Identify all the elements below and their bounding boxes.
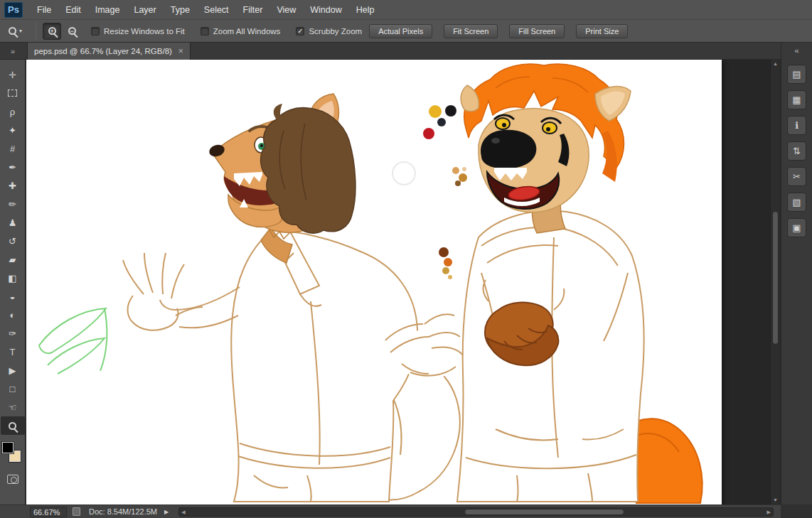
history-brush-tool-icon: ↺: [9, 237, 16, 246]
menu-edit[interactable]: Edit: [58, 0, 88, 20]
shape-tool[interactable]: □: [1, 379, 25, 398]
plus-glyph: +: [50, 28, 55, 34]
checkbox-label: Resize Windows to Fit: [104, 27, 185, 36]
menu-type[interactable]: Type: [164, 0, 197, 20]
zoom-in-button[interactable]: +: [43, 23, 61, 40]
shape-tool-icon: □: [10, 384, 16, 394]
menu-layer[interactable]: Layer: [127, 0, 163, 20]
type-tool[interactable]: T: [1, 342, 25, 361]
channels-panel-icon[interactable]: ▦: [787, 90, 806, 109]
photoshop-logo-icon: Ps: [4, 2, 23, 18]
checkbox-label: Scrubby Zoom: [309, 27, 362, 36]
window-corner: [781, 504, 812, 518]
actual-pixels-button[interactable]: Actual Pixels: [369, 24, 432, 38]
zoom-tool-icon: [9, 27, 16, 35]
hand-tool[interactable]: ☜: [1, 398, 25, 416]
scroll-down-icon[interactable]: ▼: [771, 496, 780, 504]
menu-window[interactable]: Window: [303, 0, 348, 20]
crop-tool-icon: #: [10, 144, 15, 153]
zoom-out-button[interactable]: −: [63, 23, 81, 40]
fit-screen-button[interactable]: Fit Screen: [444, 24, 498, 38]
eyedropper-tool[interactable]: ✒: [1, 158, 25, 176]
eraser-tool-icon: ▰: [9, 255, 16, 264]
path-selection-tool[interactable]: ▶: [1, 361, 25, 379]
magic-wand-tool[interactable]: ✦: [1, 121, 25, 139]
blur-tool-icon: ◒: [10, 292, 16, 301]
lasso-tool-icon: ρ: [10, 107, 15, 117]
vertical-scrollbar-thumb[interactable]: [772, 211, 779, 345]
clone-stamp-tool[interactable]: ♟: [1, 213, 25, 232]
resize-windows-checkbox[interactable]: Resize Windows to Fit: [91, 27, 185, 36]
menu-help[interactable]: Help: [349, 0, 382, 20]
canvas-pasteboard: ▲ ▼: [26, 60, 781, 504]
move-tool-icon: ✛: [9, 70, 16, 80]
zoom-level-field[interactable]: 66.67%: [30, 507, 67, 517]
pen-tool-icon: ✑: [9, 329, 16, 338]
print-size-button[interactable]: Print Size: [576, 24, 628, 38]
gradient-tool-icon: ◧: [8, 274, 16, 283]
quick-mask-icon[interactable]: [7, 475, 18, 484]
spot-healing-brush-tool[interactable]: ✚: [1, 176, 25, 195]
scroll-up-icon[interactable]: ▲: [771, 60, 780, 68]
checkbox-icon: [201, 27, 209, 36]
blur-tool[interactable]: ◒: [1, 287, 25, 306]
brush-tool-icon: ✏: [9, 200, 16, 209]
document-tab[interactable]: peps.psd @ 66.7% (Layer 24, RGB/8) ×: [27, 43, 191, 60]
scroll-right-icon[interactable]: ▶: [767, 508, 771, 516]
status-menu-arrow-icon[interactable]: ▶: [164, 509, 169, 515]
zoom-tool[interactable]: [1, 416, 25, 435]
eraser-tool[interactable]: ▰: [1, 250, 25, 269]
gradient-tool[interactable]: ◧: [1, 269, 25, 287]
zoom-out-icon: −: [68, 27, 76, 35]
horizontal-scrollbar[interactable]: ◀ ▶: [178, 507, 774, 517]
horizontal-scrollbar-thumb[interactable]: [464, 509, 624, 515]
lasso-tool[interactable]: ρ: [1, 102, 25, 121]
clone-source-panel-icon[interactable]: ✂: [787, 167, 806, 186]
styles-panel-icon[interactable]: ▧: [787, 193, 806, 212]
healing-brush-tool-icon: ✚: [9, 181, 16, 190]
divider: [36, 23, 36, 40]
tool-panel: ✛ ρ ✦ # ✒ ✚ ✏ ♟ ↺ ▰ ◧ ◒ ◐ ✑ T ▶ □ ☜: [0, 60, 26, 504]
expand-panels-icon[interactable]: «: [781, 43, 812, 58]
zoom-tool-icon: [9, 422, 16, 430]
photoshop-window: Ps File Edit Image Layer Type Select Fil…: [0, 0, 812, 518]
pen-tool[interactable]: ✑: [1, 324, 25, 342]
scrubby-zoom-checkbox[interactable]: ✓ Scrubby Zoom: [296, 27, 362, 36]
document-tab-bar: » peps.psd @ 66.7% (Layer 24, RGB/8) ×: [0, 43, 781, 60]
dodge-tool[interactable]: ◐: [1, 306, 25, 324]
checkbox-label: Zoom All Windows: [213, 27, 281, 36]
layer-comps-panel-icon[interactable]: ▣: [787, 218, 806, 237]
menu-filter[interactable]: Filter: [236, 0, 270, 20]
brush-tool[interactable]: ✏: [1, 195, 25, 213]
path-selection-tool-icon: ▶: [9, 366, 16, 375]
options-bar: ▾ + − Resize Windows to Fit Zoom All Win…: [0, 20, 812, 43]
document-status-icon: [73, 507, 80, 516]
info-panel-icon[interactable]: ℹ: [787, 116, 806, 135]
chevron-down-icon: ▾: [19, 28, 22, 34]
rectangular-marquee-tool[interactable]: [1, 84, 25, 102]
layers-panel-icon[interactable]: ▤: [787, 65, 806, 84]
history-brush-tool[interactable]: ↺: [1, 232, 25, 250]
tab-close-icon[interactable]: ×: [178, 47, 183, 55]
panel-dock: « ▤ ▦ ℹ ⇅ ✂ ▧ ▣: [781, 43, 812, 504]
vertical-scrollbar[interactable]: ▲ ▼: [770, 60, 780, 504]
move-tool[interactable]: ✛: [1, 65, 25, 84]
type-tool-icon: T: [10, 347, 16, 357]
checkbox-checked-icon: ✓: [296, 27, 304, 36]
hand-tool-icon: ☜: [9, 403, 17, 412]
color-swatches: [2, 442, 23, 466]
scroll-left-icon[interactable]: ◀: [181, 508, 185, 516]
crop-tool[interactable]: #: [1, 139, 25, 158]
tool-preset-picker[interactable]: ▾: [9, 27, 22, 35]
menu-file[interactable]: File: [30, 0, 58, 20]
menu-image[interactable]: Image: [88, 0, 127, 20]
canvas-artwork[interactable]: [26, 60, 722, 504]
dodge-tool-icon: ◐: [10, 311, 16, 320]
zoom-all-windows-checkbox[interactable]: Zoom All Windows: [201, 27, 281, 36]
menu-select[interactable]: Select: [197, 0, 236, 20]
adjustments-panel-icon[interactable]: ⇅: [787, 141, 806, 161]
menu-view[interactable]: View: [269, 0, 303, 20]
fill-screen-button[interactable]: Fill Screen: [509, 24, 565, 38]
toolbar-collapse-icon[interactable]: »: [0, 43, 26, 60]
foreground-color-swatch[interactable]: [2, 442, 14, 453]
